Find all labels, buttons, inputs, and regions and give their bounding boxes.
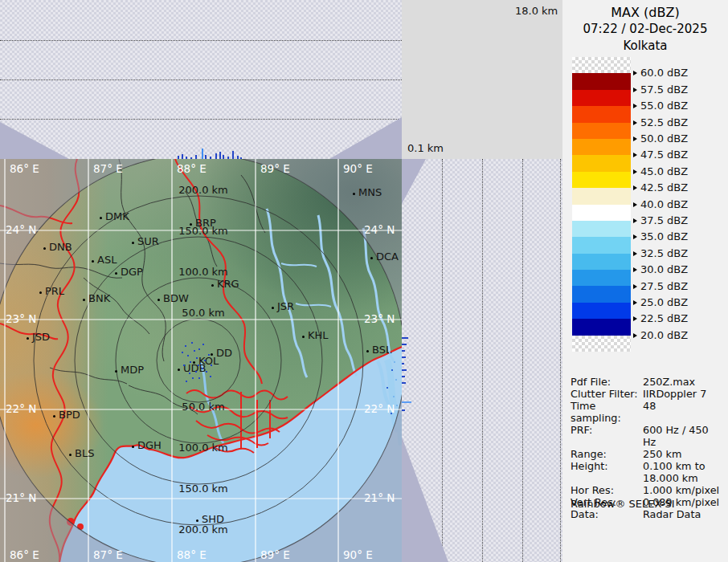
city-label: DGH [137,439,162,451]
metadata-value: 0.100 km to [643,460,723,472]
city-label: ASL [97,254,117,266]
echo-spike [232,151,234,159]
metadata-value: 48 [643,400,723,424]
height-axis-min-label: 0.1 km [407,142,444,154]
metadata-label: Range: [571,448,643,460]
metadata-row: Hor Res:1.000 km/pixel [571,484,723,496]
height-gridline [560,159,561,562]
parallel-label: 23° N [6,312,36,325]
metadata-value: 250 km [643,448,723,460]
legend-label: 42.5 dBZ [633,181,688,193]
city-label: BLS [75,447,94,459]
city-marker [196,519,198,522]
top-height-projection-panel [0,0,402,159]
city-label: BRP [195,217,216,229]
legend-label: 32.5 dBZ [633,247,688,259]
height-gridline [442,159,443,562]
echo-speck [196,357,198,359]
height-gridline [522,159,523,562]
echo-speck [185,345,186,347]
echo-speck [391,413,392,414]
metadata-value: IIRDoppler 7 [643,388,723,400]
echo-dash [402,337,408,339]
scale-band [572,90,631,106]
city-label: JSR [277,300,294,312]
parallel-label: 21° N [6,491,36,504]
meridian-label: 89° E [260,548,290,561]
echo-speck [187,355,189,356]
echo-speck [395,379,397,381]
echo-speck [192,377,194,379]
out-of-range-wedge [402,159,426,204]
echo-speck [204,360,206,361]
echo-dash [402,409,405,411]
city-label: MDP [121,364,144,376]
parallel-label: 24° N [6,223,36,236]
city-marker [100,217,102,219]
out-of-range-wedge [0,122,69,159]
city-marker [132,446,134,448]
metadata-row: Height:0.100 km to [571,460,723,472]
metadata-label: Time sampling: [571,400,643,424]
legend-label: 47.5 dBZ [633,149,688,161]
metadata-label: PRF: [571,424,643,448]
city-label: MNS [358,186,382,198]
metadata-label: Clutter Filter: [571,388,643,400]
parallel-label: 24° N [364,223,395,236]
legend-label: 30.0 dBZ [633,263,688,275]
city-marker [272,307,274,309]
meridian-label: 88° E [177,548,207,561]
city-label: BNK [88,292,110,304]
scale-band [572,123,631,139]
echo-dash [402,363,404,364]
metadata-label [571,472,643,484]
city-marker [302,336,305,338]
color-scale [572,57,631,352]
range-ring-label: 50.0 km [182,401,224,413]
city-marker [132,242,134,244]
city-marker [115,370,117,373]
legend-label: 27.5 dBZ [633,280,688,292]
city-label: DNB [49,241,72,253]
out-of-range-wedge [329,117,402,159]
echo-speck [198,348,200,350]
echo-speck [190,361,191,363]
city-marker [211,284,214,287]
city-marker [83,299,85,301]
metadata-row: Pdf File:250Z.max [571,376,723,388]
metadata-row: PRF:600 Hz / 450 Hz [571,424,723,448]
city-marker [178,369,180,371]
echo-speck [198,377,200,379]
metadata-value: 600 Hz / 450 Hz [643,424,723,448]
echo-dash [402,369,407,371]
echo-speck [198,364,199,366]
city-marker [53,415,55,417]
echo-dash [402,350,405,352]
metadata-row: 18.000 km [571,472,723,484]
city-marker [43,247,46,250]
city-label: SUR [137,235,159,247]
echo-dash [402,344,407,345]
echo-speck [389,352,391,353]
scale-band [572,270,631,286]
city-label: KRG [217,278,239,290]
legend-label: 57.5 dBZ [633,83,688,96]
range-ring-label: 200.0 km [178,184,228,196]
parallel-label: 22° N [6,402,36,415]
scale-band [572,254,631,270]
city-label: DCA [376,250,399,263]
title-block: MAX (dBZ) 07:22 / 02-Dec-2025 Kolkata [562,4,728,55]
scale-band [572,303,631,319]
echo-speck [186,381,187,382]
echo-speck [394,361,395,363]
echo-dash [402,382,406,384]
echo-speck [206,371,207,373]
radar-display-window: { "header": { "product_title": "MAX (dBZ… [0,0,728,562]
city-label: BSL [372,344,391,356]
metadata-value: 250Z.max [643,376,723,388]
city-marker [157,299,160,301]
legend-label: 35.0 dBZ [633,230,688,242]
range-ring-label: 50.0 km [182,307,224,319]
legend-label: 50.0 dBZ [633,132,688,145]
scale-band [572,57,631,73]
